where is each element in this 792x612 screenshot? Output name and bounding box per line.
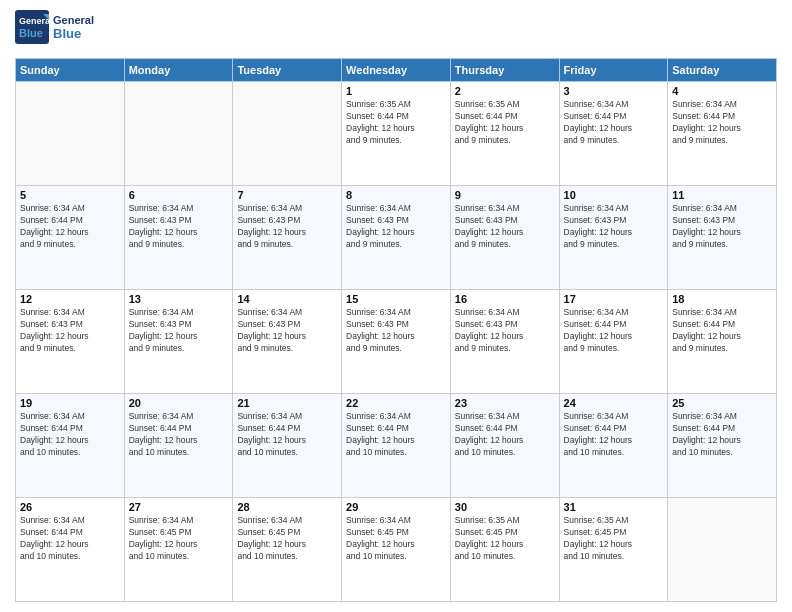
header-day: Monday [124, 59, 233, 82]
logo-svg: General Blue General Blue [15, 10, 105, 50]
day-info: Sunrise: 6:34 AM Sunset: 6:44 PM Dayligh… [564, 411, 664, 459]
day-info: Sunrise: 6:34 AM Sunset: 6:44 PM Dayligh… [346, 411, 446, 459]
calendar-cell: 2Sunrise: 6:35 AM Sunset: 6:44 PM Daylig… [450, 82, 559, 186]
header-day: Thursday [450, 59, 559, 82]
calendar-cell: 1Sunrise: 6:35 AM Sunset: 6:44 PM Daylig… [342, 82, 451, 186]
calendar-cell: 25Sunrise: 6:34 AM Sunset: 6:44 PM Dayli… [668, 394, 777, 498]
calendar-table: SundayMondayTuesdayWednesdayThursdayFrid… [15, 58, 777, 602]
day-number: 7 [237, 189, 337, 201]
calendar-week: 19Sunrise: 6:34 AM Sunset: 6:44 PM Dayli… [16, 394, 777, 498]
calendar-cell: 4Sunrise: 6:34 AM Sunset: 6:44 PM Daylig… [668, 82, 777, 186]
day-number: 4 [672, 85, 772, 97]
calendar-cell: 9Sunrise: 6:34 AM Sunset: 6:43 PM Daylig… [450, 186, 559, 290]
day-number: 3 [564, 85, 664, 97]
day-number: 30 [455, 501, 555, 513]
day-number: 1 [346, 85, 446, 97]
day-number: 17 [564, 293, 664, 305]
calendar-cell: 7Sunrise: 6:34 AM Sunset: 6:43 PM Daylig… [233, 186, 342, 290]
day-info: Sunrise: 6:35 AM Sunset: 6:45 PM Dayligh… [455, 515, 555, 563]
day-number: 28 [237, 501, 337, 513]
day-info: Sunrise: 6:35 AM Sunset: 6:44 PM Dayligh… [455, 99, 555, 147]
calendar-cell: 30Sunrise: 6:35 AM Sunset: 6:45 PM Dayli… [450, 498, 559, 602]
day-number: 15 [346, 293, 446, 305]
day-info: Sunrise: 6:34 AM Sunset: 6:43 PM Dayligh… [20, 307, 120, 355]
svg-text:Blue: Blue [19, 27, 43, 39]
calendar-cell: 27Sunrise: 6:34 AM Sunset: 6:45 PM Dayli… [124, 498, 233, 602]
header-day: Tuesday [233, 59, 342, 82]
calendar-cell: 16Sunrise: 6:34 AM Sunset: 6:43 PM Dayli… [450, 290, 559, 394]
day-info: Sunrise: 6:34 AM Sunset: 6:44 PM Dayligh… [672, 411, 772, 459]
calendar-cell: 6Sunrise: 6:34 AM Sunset: 6:43 PM Daylig… [124, 186, 233, 290]
calendar-cell [233, 82, 342, 186]
header-day: Wednesday [342, 59, 451, 82]
day-number: 16 [455, 293, 555, 305]
calendar-cell: 13Sunrise: 6:34 AM Sunset: 6:43 PM Dayli… [124, 290, 233, 394]
calendar-cell: 23Sunrise: 6:34 AM Sunset: 6:44 PM Dayli… [450, 394, 559, 498]
day-info: Sunrise: 6:34 AM Sunset: 6:45 PM Dayligh… [346, 515, 446, 563]
calendar-week: 1Sunrise: 6:35 AM Sunset: 6:44 PM Daylig… [16, 82, 777, 186]
day-number: 31 [564, 501, 664, 513]
day-info: Sunrise: 6:34 AM Sunset: 6:43 PM Dayligh… [455, 307, 555, 355]
day-info: Sunrise: 6:34 AM Sunset: 6:43 PM Dayligh… [455, 203, 555, 251]
calendar-cell: 3Sunrise: 6:34 AM Sunset: 6:44 PM Daylig… [559, 82, 668, 186]
day-info: Sunrise: 6:34 AM Sunset: 6:44 PM Dayligh… [672, 307, 772, 355]
calendar-cell: 14Sunrise: 6:34 AM Sunset: 6:43 PM Dayli… [233, 290, 342, 394]
day-info: Sunrise: 6:34 AM Sunset: 6:44 PM Dayligh… [20, 515, 120, 563]
day-number: 18 [672, 293, 772, 305]
day-info: Sunrise: 6:34 AM Sunset: 6:43 PM Dayligh… [237, 203, 337, 251]
day-info: Sunrise: 6:34 AM Sunset: 6:43 PM Dayligh… [564, 203, 664, 251]
day-number: 20 [129, 397, 229, 409]
header: General Blue General Blue [15, 10, 777, 50]
calendar-cell [16, 82, 125, 186]
day-info: Sunrise: 6:34 AM Sunset: 6:43 PM Dayligh… [346, 203, 446, 251]
calendar-week: 5Sunrise: 6:34 AM Sunset: 6:44 PM Daylig… [16, 186, 777, 290]
day-number: 14 [237, 293, 337, 305]
calendar-cell: 19Sunrise: 6:34 AM Sunset: 6:44 PM Dayli… [16, 394, 125, 498]
day-info: Sunrise: 6:34 AM Sunset: 6:43 PM Dayligh… [129, 307, 229, 355]
day-info: Sunrise: 6:34 AM Sunset: 6:44 PM Dayligh… [20, 411, 120, 459]
day-info: Sunrise: 6:34 AM Sunset: 6:43 PM Dayligh… [346, 307, 446, 355]
calendar-cell: 31Sunrise: 6:35 AM Sunset: 6:45 PM Dayli… [559, 498, 668, 602]
day-number: 26 [20, 501, 120, 513]
calendar-cell: 17Sunrise: 6:34 AM Sunset: 6:44 PM Dayli… [559, 290, 668, 394]
calendar-cell: 10Sunrise: 6:34 AM Sunset: 6:43 PM Dayli… [559, 186, 668, 290]
day-info: Sunrise: 6:34 AM Sunset: 6:43 PM Dayligh… [672, 203, 772, 251]
day-info: Sunrise: 6:35 AM Sunset: 6:44 PM Dayligh… [346, 99, 446, 147]
calendar-cell: 15Sunrise: 6:34 AM Sunset: 6:43 PM Dayli… [342, 290, 451, 394]
calendar-cell: 11Sunrise: 6:34 AM Sunset: 6:43 PM Dayli… [668, 186, 777, 290]
day-info: Sunrise: 6:34 AM Sunset: 6:44 PM Dayligh… [20, 203, 120, 251]
day-info: Sunrise: 6:34 AM Sunset: 6:44 PM Dayligh… [564, 307, 664, 355]
day-number: 6 [129, 189, 229, 201]
logo: General Blue General Blue [15, 10, 105, 50]
calendar-week: 26Sunrise: 6:34 AM Sunset: 6:44 PM Dayli… [16, 498, 777, 602]
calendar-cell [668, 498, 777, 602]
day-number: 25 [672, 397, 772, 409]
day-number: 21 [237, 397, 337, 409]
calendar-cell: 29Sunrise: 6:34 AM Sunset: 6:45 PM Dayli… [342, 498, 451, 602]
calendar-cell: 26Sunrise: 6:34 AM Sunset: 6:44 PM Dayli… [16, 498, 125, 602]
calendar-cell: 22Sunrise: 6:34 AM Sunset: 6:44 PM Dayli… [342, 394, 451, 498]
header-day: Friday [559, 59, 668, 82]
day-number: 9 [455, 189, 555, 201]
day-number: 2 [455, 85, 555, 97]
day-number: 23 [455, 397, 555, 409]
header-day: Sunday [16, 59, 125, 82]
day-info: Sunrise: 6:35 AM Sunset: 6:45 PM Dayligh… [564, 515, 664, 563]
day-info: Sunrise: 6:34 AM Sunset: 6:44 PM Dayligh… [237, 411, 337, 459]
day-number: 12 [20, 293, 120, 305]
day-number: 27 [129, 501, 229, 513]
header-day: Saturday [668, 59, 777, 82]
day-number: 24 [564, 397, 664, 409]
day-number: 5 [20, 189, 120, 201]
calendar-cell: 20Sunrise: 6:34 AM Sunset: 6:44 PM Dayli… [124, 394, 233, 498]
svg-text:Blue: Blue [53, 26, 81, 41]
day-number: 11 [672, 189, 772, 201]
calendar-cell [124, 82, 233, 186]
calendar-cell: 24Sunrise: 6:34 AM Sunset: 6:44 PM Dayli… [559, 394, 668, 498]
page: General Blue General Blue SundayMondayTu… [0, 0, 792, 612]
day-number: 13 [129, 293, 229, 305]
day-number: 10 [564, 189, 664, 201]
calendar-cell: 5Sunrise: 6:34 AM Sunset: 6:44 PM Daylig… [16, 186, 125, 290]
calendar-cell: 18Sunrise: 6:34 AM Sunset: 6:44 PM Dayli… [668, 290, 777, 394]
day-number: 29 [346, 501, 446, 513]
